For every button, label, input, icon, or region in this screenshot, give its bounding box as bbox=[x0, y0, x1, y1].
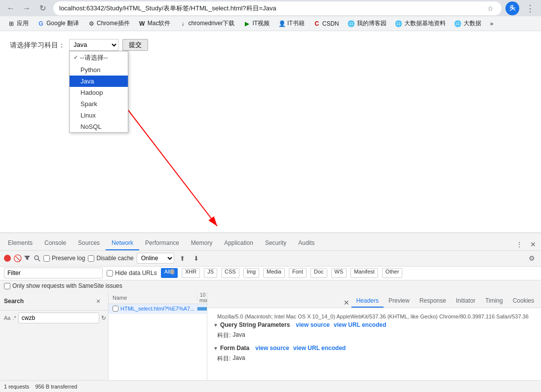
tab-application[interactable]: Application bbox=[218, 236, 259, 250]
samesite-checkbox[interactable] bbox=[4, 283, 10, 289]
search-close-button[interactable]: × bbox=[92, 295, 104, 307]
tab-headers[interactable]: Headers bbox=[351, 295, 384, 308]
bookmark-google-translate[interactable]: G Google 翻译 bbox=[34, 18, 83, 30]
dropdown-nosql-label: NoSQL bbox=[80, 123, 102, 130]
tab-application-label: Application bbox=[224, 239, 253, 246]
bookmark-it-video[interactable]: ▶ IT视频 bbox=[239, 18, 273, 30]
filter-font[interactable]: Font bbox=[289, 268, 307, 278]
address-bar[interactable]: localhost:63342/Study/HTML_Study/表单标签/HT… bbox=[53, 1, 502, 15]
devtools-close-button[interactable]: ✕ bbox=[527, 238, 539, 250]
search-refresh-button[interactable]: ↻ bbox=[101, 313, 106, 323]
table-row[interactable]: HTML_select.html?%E7%A7... bbox=[109, 304, 207, 314]
dropdown-item-java[interactable]: Java bbox=[70, 76, 128, 87]
tab-timing[interactable]: Timing bbox=[480, 295, 508, 308]
tab-sources[interactable]: Sources bbox=[72, 236, 106, 250]
all-badge bbox=[170, 269, 174, 274]
menu-button[interactable]: ⋮ bbox=[523, 1, 537, 15]
bookmark-chrome-label: Chrome插件 bbox=[97, 19, 130, 28]
filter-img[interactable]: Img bbox=[243, 268, 259, 278]
tab-response[interactable]: Response bbox=[415, 295, 451, 308]
back-button[interactable]: ← bbox=[4, 1, 18, 15]
preserve-log-checkbox[interactable] bbox=[43, 255, 50, 262]
record-button[interactable] bbox=[4, 255, 11, 262]
details-panel: ✕ Headers Preview Response Initiator Tim… bbox=[207, 292, 541, 380]
filter-xhr[interactable]: XHR bbox=[182, 268, 200, 278]
search-input[interactable] bbox=[18, 313, 99, 323]
form-data-toggle: ▼ bbox=[213, 346, 218, 351]
query-string-title: Query String Parameters bbox=[220, 321, 290, 328]
form-data-header: ▼ Form Data view source view URL encoded bbox=[213, 345, 535, 352]
dropdown-item-placeholder[interactable]: ✓ --请选择-- bbox=[70, 51, 128, 64]
filter-media[interactable]: Media bbox=[263, 268, 285, 278]
subject-select[interactable]: --请选择-- Python Java Hadoop Spark Linux N… bbox=[69, 39, 118, 51]
export-har-button[interactable]: ⬇ bbox=[191, 253, 202, 264]
tab-audits[interactable]: Audits bbox=[292, 236, 320, 250]
dropdown-spark-label: Spark bbox=[80, 100, 97, 108]
bookmark-chromedriver[interactable]: ↓ chromedriver下载 bbox=[175, 18, 238, 30]
network-settings-button[interactable]: ⚙ bbox=[526, 253, 537, 264]
filter-other[interactable]: Other bbox=[382, 268, 403, 278]
dropdown-item-hadoop[interactable]: Hadoop bbox=[70, 87, 128, 98]
bookmark-mac[interactable]: W Mac软件 bbox=[135, 18, 175, 30]
filter-input[interactable] bbox=[4, 268, 103, 278]
request-checkbox[interactable] bbox=[113, 306, 118, 312]
tab-console[interactable]: Console bbox=[39, 236, 72, 250]
filter-all[interactable]: All bbox=[161, 268, 178, 278]
filter-manifest[interactable]: Manifest bbox=[350, 268, 378, 278]
search-button[interactable] bbox=[34, 255, 40, 262]
filter-css[interactable]: CSS bbox=[221, 268, 239, 278]
bookmark-apps[interactable]: ⊞ 应用 bbox=[4, 18, 33, 30]
tab-performance[interactable]: Performance bbox=[139, 236, 185, 250]
tab-memory[interactable]: Memory bbox=[185, 236, 218, 250]
filter-ws[interactable]: WS bbox=[331, 268, 347, 278]
tab-network[interactable]: Network bbox=[106, 236, 139, 250]
bookmark-csdn[interactable]: C CSDN bbox=[309, 18, 343, 30]
filter-doc[interactable]: Doc bbox=[310, 268, 327, 278]
bookmark-bigdata[interactable]: 🌐 大数据基地资料 bbox=[391, 18, 450, 30]
tab-cookies[interactable]: Cookies bbox=[508, 295, 539, 308]
only-show-bar: Only show requests with SameSite issues bbox=[0, 280, 541, 292]
browser-frame: ← → ↻ localhost:63342/Study/HTML_Study/表… bbox=[0, 0, 541, 392]
disable-cache-label[interactable]: Disable cache bbox=[88, 255, 133, 262]
tab-elements[interactable]: Elements bbox=[2, 236, 39, 250]
bookmark-blog[interactable]: 🌐 我的博客园 bbox=[344, 18, 390, 30]
user-avatar[interactable]: 头 bbox=[505, 1, 519, 15]
tab-security[interactable]: Security bbox=[259, 236, 292, 250]
bookmark-bigdata2[interactable]: 🌐 大数据 bbox=[451, 18, 485, 30]
close-detail-button[interactable]: ✕ bbox=[342, 298, 351, 308]
search-header: Search × bbox=[0, 292, 108, 311]
reload-button[interactable]: ↻ bbox=[36, 1, 49, 15]
tab-initiator[interactable]: Initiator bbox=[451, 295, 480, 308]
filter-js[interactable]: JS bbox=[204, 268, 217, 278]
form-label: 请选择学习科目： bbox=[10, 39, 65, 50]
dropdown-item-nosql[interactable]: NoSQL bbox=[70, 121, 128, 132]
submit-button[interactable]: 提交 bbox=[122, 39, 148, 51]
forward-button[interactable]: → bbox=[20, 1, 34, 15]
samesite-text: Only show requests with SameSite issues bbox=[12, 282, 122, 289]
bookmark-it-books[interactable]: 👤 IT书籍 bbox=[274, 18, 309, 30]
dropdown-item-spark[interactable]: Spark bbox=[70, 98, 128, 110]
query-view-url-encoded-link[interactable]: view URL encoded bbox=[334, 321, 386, 328]
only-show-label[interactable]: Only show requests with SameSite issues bbox=[4, 282, 122, 289]
dropdown-item-linux[interactable]: Linux bbox=[70, 110, 128, 121]
hide-data-checkbox[interactable] bbox=[107, 270, 113, 276]
tab-preview-label: Preview bbox=[388, 297, 410, 304]
devtools-more-button[interactable]: ⋮ bbox=[513, 238, 525, 250]
throttle-select[interactable]: Online Offline Slow 3G Fast 3G bbox=[137, 253, 174, 264]
form-view-url-encoded-link[interactable]: view URL encoded bbox=[293, 345, 346, 352]
hide-data-label[interactable]: Hide data URLs bbox=[107, 270, 157, 276]
star-icon[interactable]: ☆ bbox=[485, 3, 496, 14]
query-view-source-link[interactable]: view source bbox=[296, 321, 330, 328]
ms-10: 10 ms bbox=[199, 292, 206, 303]
tab-initiator-label: Initiator bbox=[456, 297, 475, 304]
filter-button[interactable] bbox=[24, 255, 31, 262]
dropdown-item-python[interactable]: Python bbox=[70, 64, 128, 76]
import-har-button[interactable]: ⬆ bbox=[177, 253, 188, 264]
form-view-source-link[interactable]: view source bbox=[255, 345, 289, 352]
tab-preview[interactable]: Preview bbox=[384, 295, 415, 308]
bookmark-more[interactable]: » bbox=[486, 18, 498, 30]
bookmark-chrome-plugin[interactable]: ⚙ Chrome插件 bbox=[84, 18, 134, 30]
preserve-log-label[interactable]: Preserve log bbox=[43, 255, 85, 262]
disable-cache-checkbox[interactable] bbox=[88, 255, 94, 262]
clear-button[interactable]: 🚫 bbox=[14, 255, 21, 262]
